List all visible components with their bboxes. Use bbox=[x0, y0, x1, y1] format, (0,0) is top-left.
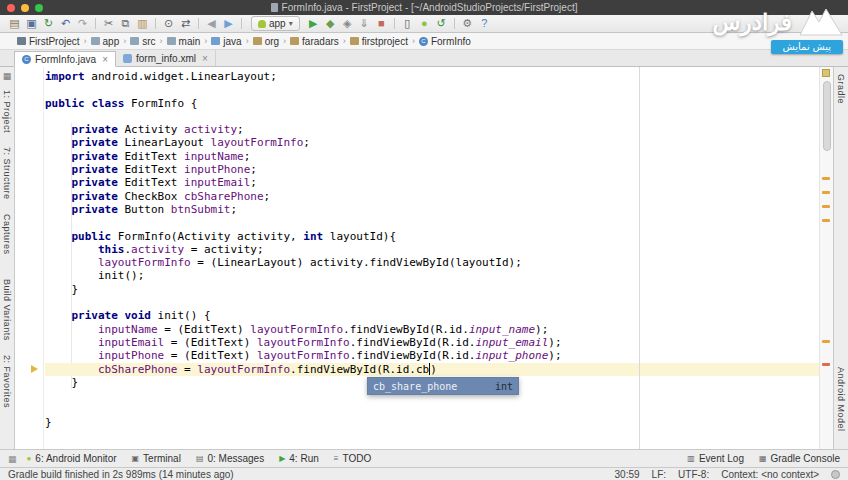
code-line[interactable]: import android.widget.LinearLayout; bbox=[45, 70, 820, 83]
code-line[interactable]: private EditText inputName; bbox=[45, 150, 820, 163]
toolbar-separator bbox=[454, 18, 455, 29]
breadcrumb-item-main[interactable]: main bbox=[166, 36, 202, 47]
forward-icon[interactable]: ▶ bbox=[220, 15, 237, 32]
code-line[interactable] bbox=[45, 216, 820, 229]
stop-icon[interactable]: ■ bbox=[373, 15, 390, 32]
scrollbar-thumb[interactable] bbox=[823, 81, 831, 151]
messages-button[interactable]: ▤0: Messages bbox=[196, 453, 264, 464]
toolwindow-button-1-project[interactable]: 1: Project bbox=[2, 90, 12, 133]
breadcrumb-item-firstproject[interactable]: firstproject bbox=[349, 36, 409, 47]
status-widget-context-no-context[interactable]: Context: <no context> bbox=[721, 469, 819, 480]
attach-debugger-icon[interactable]: ⇓ bbox=[356, 15, 373, 32]
code-line[interactable]: cbSharePhone = layoutFormInfo.findViewBy… bbox=[45, 363, 820, 376]
coverage-icon[interactable]: ◈ bbox=[339, 15, 356, 32]
todo-button[interactable]: ≡TODO bbox=[334, 453, 371, 464]
status-widget-lf[interactable]: LF: bbox=[652, 469, 666, 480]
code-line[interactable]: private void init() { bbox=[45, 309, 820, 322]
save-all-icon[interactable]: ▣ bbox=[23, 15, 40, 32]
code-line[interactable]: this.activity = activity; bbox=[45, 243, 820, 256]
gradle-console-button[interactable]: ▦Gradle Console bbox=[759, 453, 840, 464]
build-icon[interactable]: ⚙ bbox=[459, 15, 476, 32]
gradle-sync-icon[interactable]: ↺ bbox=[433, 15, 450, 32]
code-line[interactable]: public FormInfo(Activity activity, int l… bbox=[45, 230, 820, 243]
toolwindow-button-gradle[interactable]: Gradle bbox=[836, 74, 846, 104]
avd-manager-icon[interactable]: ▯ bbox=[399, 15, 416, 32]
editor-tab-form-info-xml[interactable]: form_info.xml× bbox=[116, 50, 216, 66]
code-line[interactable]: inputEmail = (EditText) layoutFormInfo.f… bbox=[45, 336, 820, 349]
toolwindow-switcher-icon[interactable]: ▦ bbox=[8, 454, 17, 464]
zoom-window-button[interactable] bbox=[35, 4, 43, 12]
code-line[interactable]: private CheckBox cbSharePhone; bbox=[45, 190, 820, 203]
toolwindow-button-android-model[interactable]: Android Model bbox=[836, 367, 846, 432]
status-widget-utf-8[interactable]: UTF-8: bbox=[678, 469, 709, 480]
breadcrumb-item-org[interactable]: org bbox=[252, 36, 280, 47]
toolwindow-button-captures[interactable]: Captures bbox=[2, 214, 12, 255]
hector-inspector-icon[interactable] bbox=[831, 470, 840, 479]
code-token bbox=[45, 323, 98, 336]
code-line[interactable]: } bbox=[45, 283, 820, 296]
breadcrumb-item-firstproject[interactable]: FirstProject bbox=[16, 36, 81, 47]
code-line[interactable] bbox=[45, 296, 820, 309]
toolwindow-button-7-structure[interactable]: 7: Structure bbox=[2, 147, 12, 200]
find-icon[interactable]: ⊙ bbox=[160, 15, 177, 32]
code-token: private bbox=[72, 203, 118, 216]
code-line[interactable]: layoutFormInfo = (LinearLayout) activity… bbox=[45, 256, 820, 269]
code-area[interactable]: import android.widget.LinearLayout;publi… bbox=[45, 70, 820, 429]
code-line[interactable]: private LinearLayout layoutFormInfo; bbox=[45, 136, 820, 149]
completion-popup[interactable]: cb_share_phoneint bbox=[367, 377, 519, 395]
cut-icon[interactable]: ✂ bbox=[100, 15, 117, 32]
tool-window-buttons-right: ▥Event Log▦Gradle Console bbox=[672, 453, 840, 464]
code-token: ; bbox=[250, 176, 257, 189]
code-line[interactable]: inputPhone = (EditText) layoutFormInfo.f… bbox=[45, 349, 820, 362]
code-editor[interactable]: import android.widget.LinearLayout;publi… bbox=[15, 67, 833, 449]
completion-item[interactable]: cb_share_phoneint bbox=[368, 378, 518, 394]
sync-files-icon[interactable]: ↻ bbox=[40, 15, 57, 32]
android-monitor-button[interactable]: ●6: Android Monitor bbox=[27, 453, 117, 464]
code-line[interactable]: private Activity activity; bbox=[45, 123, 820, 136]
code-token: private bbox=[72, 309, 118, 322]
code-line[interactable]: init(); bbox=[45, 269, 820, 282]
breadcrumb-item-forminfo[interactable]: CFormInfo bbox=[418, 36, 472, 47]
back-icon[interactable]: ◀ bbox=[203, 15, 220, 32]
terminal-button[interactable]: ▣Terminal bbox=[132, 453, 181, 464]
window-controls bbox=[7, 0, 43, 15]
copy-icon[interactable]: ⧉ bbox=[117, 15, 134, 32]
code-line[interactable]: inputName = (EditText) layoutFormInfo.fi… bbox=[45, 323, 820, 336]
undo-icon[interactable]: ↶ bbox=[57, 15, 74, 32]
run-toolwindow-button[interactable]: ▶4: Run bbox=[279, 453, 319, 464]
status-widget-30-59[interactable]: 30:59 bbox=[615, 469, 640, 480]
breadcrumb-item-java[interactable]: java bbox=[210, 36, 242, 47]
faradars-logo-text: فرادرس bbox=[712, 8, 792, 36]
code-token: this bbox=[98, 243, 125, 256]
minimize-window-button[interactable] bbox=[21, 4, 29, 12]
code-line[interactable]: private EditText inputEmail; bbox=[45, 176, 820, 189]
redo-icon[interactable]: ↷ bbox=[74, 15, 91, 32]
code-line[interactable] bbox=[45, 402, 820, 415]
run-config-selector[interactable]: app▾ bbox=[251, 16, 300, 31]
paste-icon[interactable]: ▥ bbox=[134, 15, 151, 32]
code-line[interactable]: } bbox=[45, 416, 820, 429]
sdk-manager-icon[interactable]: ● bbox=[416, 15, 433, 32]
code-token: CheckBox bbox=[118, 190, 184, 203]
code-line[interactable]: public class FormInfo { bbox=[45, 97, 820, 110]
toolwindow-button-build-variants[interactable]: Build Variants bbox=[2, 279, 12, 341]
code-line[interactable] bbox=[45, 110, 820, 123]
close-tab-icon[interactable]: × bbox=[202, 53, 208, 64]
code-line[interactable]: private Button btnSubmit; bbox=[45, 203, 820, 216]
event-log-button[interactable]: ▥Event Log bbox=[687, 453, 744, 464]
breadcrumb-item-app[interactable]: app bbox=[90, 36, 121, 47]
run-icon[interactable]: ▶ bbox=[305, 15, 322, 32]
debug-icon[interactable]: ◆ bbox=[322, 15, 339, 32]
close-window-button[interactable] bbox=[7, 4, 15, 12]
breadcrumb-item-faradars[interactable]: faradars bbox=[289, 36, 340, 47]
help-icon[interactable]: ? bbox=[476, 15, 493, 32]
open-icon[interactable]: ▤ bbox=[6, 15, 23, 32]
replace-icon[interactable]: ⇄ bbox=[177, 15, 194, 32]
toolwindow-button-label: Terminal bbox=[143, 453, 181, 464]
code-line[interactable]: private EditText inputPhone; bbox=[45, 163, 820, 176]
toolwindow-button-2-favorites[interactable]: 2: Favorites bbox=[2, 355, 12, 408]
breadcrumb-item-src[interactable]: src bbox=[129, 36, 156, 47]
editor-tab-forminfo-java[interactable]: CFormInfo.java× bbox=[14, 51, 116, 67]
code-line[interactable] bbox=[45, 83, 820, 96]
close-tab-icon[interactable]: × bbox=[102, 54, 108, 65]
